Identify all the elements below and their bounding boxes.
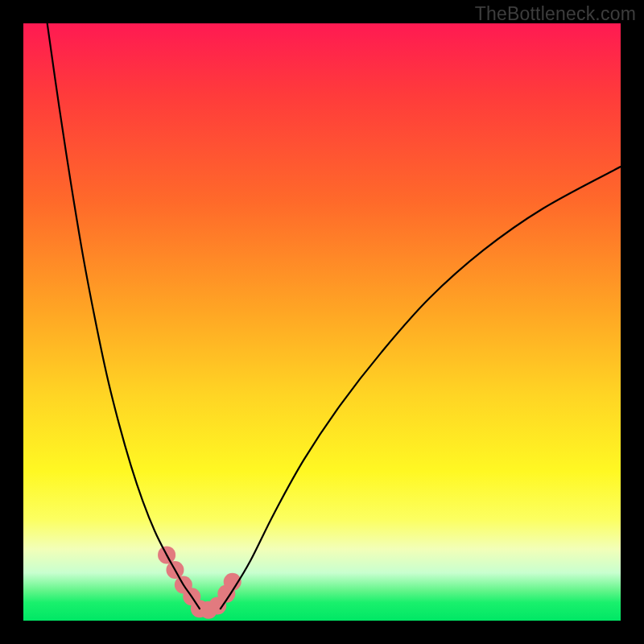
watermark-text: TheBottleneck.com xyxy=(475,3,636,25)
plot-area xyxy=(23,23,621,621)
right-curve xyxy=(221,167,621,609)
chart-svg xyxy=(23,23,621,621)
curve-layer xyxy=(47,23,621,609)
chart-frame: TheBottleneck.com xyxy=(0,0,644,644)
left-curve xyxy=(47,23,200,609)
